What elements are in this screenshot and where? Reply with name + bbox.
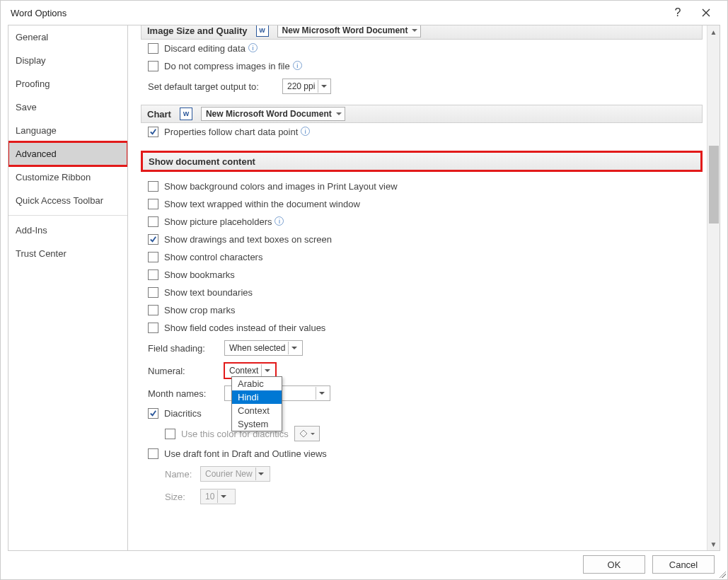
diacritics-label: Diacritics	[164, 408, 202, 419]
show-picture-placeholders-checkbox[interactable]	[148, 216, 158, 227]
properties-follow-chart-label: Properties follow chart data pointi	[164, 127, 310, 137]
scrollbar-up-icon[interactable]: ▲	[707, 25, 720, 38]
scrollbar-down-icon[interactable]: ▼	[707, 538, 720, 550]
field-shading-label: Field shading:	[148, 343, 224, 354]
draft-font-size-select: 10	[200, 489, 236, 504]
show-drawings-checkbox[interactable]	[148, 234, 158, 245]
sidebar-item-quick-access-toolbar[interactable]: Quick Access Toolbar	[8, 189, 127, 212]
show-wrapped-text-checkbox[interactable]	[148, 199, 158, 209]
info-icon[interactable]: i	[275, 216, 284, 226]
show-crop-marks-checkbox[interactable]	[148, 305, 158, 315]
scrollbar-thumb[interactable]	[709, 146, 719, 224]
show-field-codes-checkbox[interactable]	[148, 323, 158, 333]
info-icon[interactable]: i	[293, 61, 302, 70]
chart-doc-select[interactable]: New Microsoft Word Document	[201, 107, 345, 121]
show-bookmarks-label: Show bookmarks	[164, 269, 235, 280]
sidebar-item-customize-ribbon[interactable]: Customize Ribbon	[8, 166, 127, 189]
ok-button[interactable]: OK	[583, 555, 645, 574]
show-field-codes-label: Show field codes instead of their values	[164, 323, 325, 333]
month-names-label: Month names:	[148, 388, 224, 399]
default-target-output-select[interactable]: 220 ppi	[282, 79, 331, 94]
close-button[interactable]	[692, 2, 720, 23]
dialog-title: Word Options	[11, 8, 67, 18]
numeral-label: Numeral:	[148, 366, 224, 376]
diacritics-color-checkbox[interactable]	[165, 429, 175, 439]
word-doc-icon: W	[256, 25, 269, 37]
sidebar-item-display[interactable]: Display	[8, 49, 127, 72]
field-shading-select[interactable]: When selected	[224, 340, 303, 356]
diacritics-checkbox[interactable]	[148, 408, 158, 419]
discard-editing-data-label: Discard editing datai	[164, 43, 258, 54]
numeral-dropdown: Arabic Hindi Context System	[231, 376, 282, 431]
info-icon[interactable]: i	[248, 43, 258, 52]
use-draft-font-checkbox[interactable]	[148, 448, 158, 459]
section-chart: Chart W New Microsoft Word Document	[141, 105, 703, 123]
show-control-chars-checkbox[interactable]	[148, 252, 158, 262]
numeral-option-arabic[interactable]: Arabic	[232, 377, 282, 390]
default-target-output-label: Set default target output to:	[148, 81, 282, 92]
sidebar-item-save[interactable]: Save	[8, 95, 127, 119]
show-text-boundaries-label: Show text boundaries	[164, 287, 253, 298]
show-crop-marks-label: Show crop marks	[164, 305, 235, 315]
draft-font-size-label: Size:	[165, 492, 200, 502]
numeral-option-context[interactable]: Context	[232, 404, 282, 417]
sidebar-item-proofing[interactable]: Proofing	[8, 72, 127, 95]
resize-grip[interactable]	[717, 569, 726, 578]
show-bg-colors-label: Show background colors and images in Pri…	[164, 181, 398, 192]
section-image-size-quality: Image Size and Quality W New Microsoft W…	[141, 25, 703, 40]
vertical-scrollbar[interactable]: ▲ ▼	[707, 25, 720, 550]
sidebar-item-language[interactable]: Language	[8, 119, 127, 142]
numeral-option-hindi[interactable]: Hindi	[232, 390, 282, 404]
discard-editing-data-checkbox[interactable]	[148, 43, 158, 54]
info-icon[interactable]: i	[301, 127, 310, 136]
do-not-compress-checkbox[interactable]	[148, 61, 158, 71]
properties-follow-chart-checkbox[interactable]	[148, 127, 158, 137]
section-showdoc-title: Show document content	[149, 156, 255, 167]
sidebar-item-advanced[interactable]: Advanced	[8, 142, 127, 166]
section-chart-title: Chart	[147, 109, 171, 120]
show-bookmarks-checkbox[interactable]	[148, 269, 158, 280]
category-sidebar: General Display Proofing Save Language A…	[8, 25, 128, 551]
section-image-title: Image Size and Quality	[147, 25, 248, 36]
show-bg-colors-checkbox[interactable]	[148, 181, 158, 192]
show-text-boundaries-checkbox[interactable]	[148, 287, 158, 298]
show-wrapped-text-label: Show text wrapped within the document wi…	[164, 199, 360, 209]
diacritics-color-picker[interactable]	[294, 426, 320, 441]
image-quality-doc-select[interactable]: New Microsoft Word Document	[277, 25, 422, 37]
do-not-compress-label: Do not compress images in filei	[164, 61, 302, 71]
show-control-chars-label: Show control characters	[164, 252, 262, 262]
show-drawings-label: Show drawings and text boxes on screen	[164, 234, 332, 245]
sidebar-item-add-ins[interactable]: Add-Ins	[8, 219, 127, 242]
help-button[interactable]: ?	[664, 2, 692, 23]
word-doc-icon: W	[180, 108, 192, 120]
section-show-document-content: Show document content	[141, 151, 703, 172]
show-picture-placeholders-label: Show picture placeholdersi	[164, 216, 284, 227]
draft-font-name-select: Courier New	[200, 466, 270, 482]
cancel-button[interactable]: Cancel	[652, 555, 715, 574]
numeral-option-system[interactable]: System	[232, 417, 282, 431]
use-draft-font-label: Use draft font in Draft and Outline view…	[164, 448, 327, 459]
sidebar-item-trust-center[interactable]: Trust Center	[8, 242, 127, 265]
sidebar-item-general[interactable]: General	[8, 25, 127, 49]
draft-font-name-label: Name:	[165, 469, 200, 480]
